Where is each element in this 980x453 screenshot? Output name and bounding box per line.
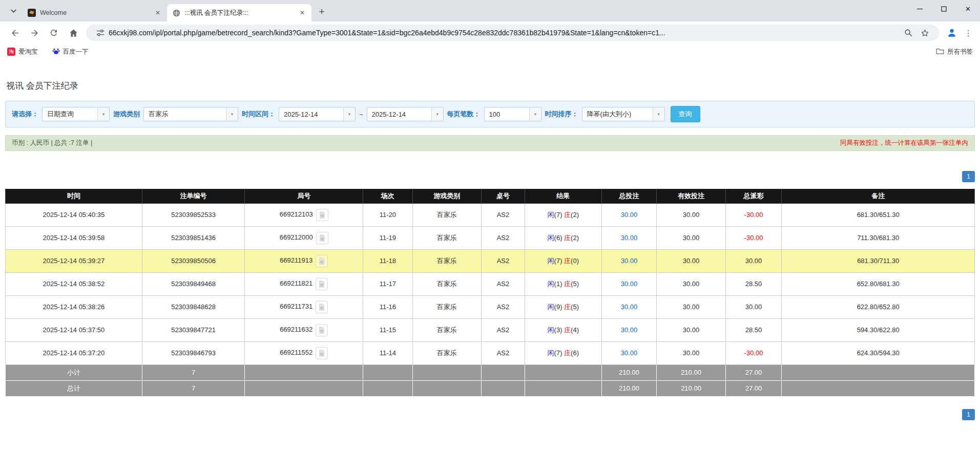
tab-close-icon[interactable]: ✕	[154, 9, 162, 17]
tab-title: :::视讯 会员下注纪录:::	[184, 9, 294, 17]
column-header: 备注	[782, 189, 975, 203]
result-player: 闲	[548, 349, 554, 357]
maximize-button[interactable]	[932, 0, 956, 17]
footer-table	[481, 380, 525, 396]
cell-valid-bet: 30.00	[657, 249, 725, 272]
video-replay-button[interactable]	[316, 255, 328, 267]
back-button[interactable]	[7, 25, 23, 41]
tab-close-icon[interactable]: ✕	[298, 9, 306, 17]
footer-total-bet: 210.00	[601, 380, 657, 396]
cell-remark: 622.80/652.80	[782, 295, 975, 318]
forward-button[interactable]	[26, 25, 43, 41]
total-bet-link[interactable]: 30.00	[621, 211, 638, 219]
dropdown-arrow-icon: ▼	[97, 107, 109, 121]
date-from-input[interactable]: 2025-12-14 ▼	[279, 107, 356, 121]
query-type-select[interactable]: 日期查询 ▼	[42, 107, 110, 121]
table-row: 2025-12-14 05:39:58523039851436669212000…	[6, 226, 975, 249]
game-type-select[interactable]: 百家乐 ▼	[143, 107, 238, 121]
total-bet-link[interactable]: 30.00	[621, 234, 638, 242]
bookmark-star-icon[interactable]	[919, 27, 931, 39]
result-number: (2)	[571, 234, 579, 242]
sort-select[interactable]: 降幂(由大到小) ▼	[582, 107, 665, 121]
game-type-label: 游戏类别	[113, 110, 140, 119]
browser-menu-icon[interactable]: ⋮	[962, 26, 975, 39]
cell-remark: 652.80/681.30	[782, 272, 975, 295]
site-info-icon[interactable]	[94, 27, 107, 39]
bookmark-baidu[interactable]: 百度一下	[52, 47, 89, 56]
cell-result: 闲(7) 庄(0)	[525, 249, 601, 272]
dropdown-arrow-icon: ▼	[343, 107, 355, 121]
video-replay-button[interactable]	[316, 347, 328, 359]
footer-payout: 27.00	[725, 380, 782, 396]
pagination-top: 1	[5, 171, 975, 182]
total-bet-link[interactable]: 30.00	[621, 326, 638, 334]
footer-valid-bet: 210.00	[657, 380, 725, 396]
url-text[interactable]: 66cxkj98.com/ipl/portal.php/game/betreco…	[109, 29, 900, 37]
cell-game-type: 百家乐	[412, 295, 481, 318]
video-replay-button[interactable]	[316, 278, 328, 290]
welcome-favicon	[28, 9, 36, 17]
total-bet-link[interactable]: 30.00	[621, 280, 638, 288]
date-to-input[interactable]: 2025-12-14 ▼	[367, 107, 444, 121]
footer-remark	[782, 364, 975, 380]
note-text: 同局有效投注，统一计算在该局第一张注单内	[840, 139, 968, 147]
cell-valid-bet: 30.00	[657, 341, 725, 364]
dropdown-arrow-icon: ▼	[529, 107, 541, 121]
result-number: (0)	[571, 257, 579, 265]
page-1-button[interactable]: 1	[962, 409, 975, 420]
tab-betrecord[interactable]: :::视讯 会员下注纪录::: ✕	[167, 4, 311, 21]
cell-result: 闲(6) 庄(2)	[525, 226, 601, 249]
filter-panel: 请选择： 日期查询 ▼ 游戏类别 百家乐 ▼ 时间区间： 2025-12-14 …	[5, 101, 975, 127]
table-footer-row: 小计7210.00210.0027.00	[6, 364, 975, 380]
cell-time: 2025-12-14 05:39:58	[6, 226, 142, 249]
column-header: 注单编号	[142, 189, 245, 203]
total-bet-link[interactable]: 30.00	[621, 349, 638, 357]
video-replay-button[interactable]	[316, 232, 328, 244]
url-bar[interactable]: 66cxkj98.com/ipl/portal.php/game/betreco…	[86, 25, 939, 41]
footer-round	[245, 364, 363, 380]
video-replay-button[interactable]	[316, 209, 328, 221]
cell-table-no: AS2	[481, 226, 525, 249]
cell-time: 2025-12-14 05:37:50	[6, 318, 142, 341]
result-player: 闲	[548, 303, 554, 311]
sort-label: 时间排序：	[545, 110, 578, 119]
video-replay-button[interactable]	[316, 324, 328, 336]
tab-search-button[interactable]	[6, 4, 20, 18]
bookmark-taobao[interactable]: 淘 爱淘宝	[7, 48, 38, 56]
home-button[interactable]	[65, 25, 81, 41]
new-tab-button[interactable]: +	[315, 5, 329, 19]
footer-count: 7	[142, 364, 245, 380]
per-page-select[interactable]: 100 ▼	[484, 107, 541, 121]
dropdown-arrow-icon: ▼	[431, 107, 443, 121]
tab-strip: Welcome ✕ :::视讯 会员下注纪录::: ✕ + ✕	[0, 0, 980, 21]
cell-table-no: AS2	[481, 341, 525, 364]
footer-session	[363, 380, 412, 396]
result-banker: 庄	[564, 234, 571, 242]
column-header: 场次	[363, 189, 412, 203]
reload-button[interactable]	[46, 25, 62, 41]
minimize-button[interactable]	[908, 0, 932, 17]
column-header: 桌号	[481, 189, 525, 203]
cell-session: 11-14	[363, 341, 412, 364]
cell-payout: -30.00	[725, 226, 782, 249]
footer-count: 7	[142, 380, 245, 396]
total-bet-link[interactable]: 30.00	[621, 303, 638, 311]
page-1-button[interactable]: 1	[962, 171, 975, 182]
profile-avatar[interactable]	[944, 25, 960, 40]
cell-valid-bet: 30.00	[657, 318, 725, 341]
table-row: 2025-12-14 05:38:52523039849468669211821…	[6, 272, 975, 295]
dropdown-arrow-icon: ▼	[226, 107, 238, 121]
cell-valid-bet: 30.00	[657, 203, 725, 226]
cell-total-bet: 30.00	[601, 318, 657, 341]
cell-total-bet: 30.00	[601, 295, 657, 318]
round-number: 669212000	[280, 233, 313, 241]
video-replay-button[interactable]	[316, 301, 328, 313]
all-bookmarks-button[interactable]: 所有书签	[936, 48, 973, 56]
folder-icon	[936, 48, 944, 56]
tab-welcome[interactable]: Welcome ✕	[23, 4, 167, 21]
close-window-button[interactable]: ✕	[956, 0, 980, 17]
total-bet-link[interactable]: 30.00	[621, 257, 638, 265]
cell-table-no: AS2	[481, 295, 525, 318]
zoom-icon[interactable]	[902, 27, 914, 39]
search-button[interactable]: 查询	[671, 106, 700, 122]
